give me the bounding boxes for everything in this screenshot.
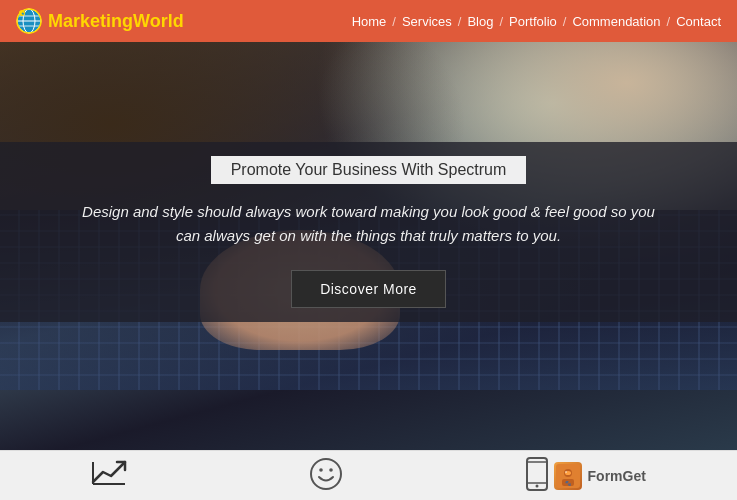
svg-text:🐾: 🐾 <box>565 480 572 487</box>
svg-point-10 <box>311 459 341 489</box>
logo-text: MarketingWorld <box>48 11 184 32</box>
hero-content: Promote Your Business With Spectrum Desi… <box>0 142 737 322</box>
nav-sep-1: / <box>392 14 396 29</box>
svg-point-11 <box>320 468 324 472</box>
svg-point-12 <box>330 468 334 472</box>
trending-up-icon <box>91 458 127 493</box>
svg-text:★: ★ <box>21 11 25 16</box>
site-header: ★ MarketingWorld Home / Services / Blog … <box>0 0 737 42</box>
nav-blog[interactable]: Blog <box>467 14 493 29</box>
logo[interactable]: ★ MarketingWorld <box>16 8 184 34</box>
nav-sep-5: / <box>667 14 671 29</box>
mobile-device-icon <box>526 457 548 495</box>
logo-globe-icon: ★ <box>16 8 42 34</box>
nav-services[interactable]: Services <box>402 14 452 29</box>
bottom-bar: 🐾 FormGet <box>0 450 737 500</box>
main-nav: Home / Services / Blog / Portfolio / Com… <box>352 14 721 29</box>
nav-sep-3: / <box>499 14 503 29</box>
nav-commendation[interactable]: Commendation <box>572 14 660 29</box>
nav-contact[interactable]: Contact <box>676 14 721 29</box>
hero-description: Design and style should always work towa… <box>80 200 657 248</box>
svg-point-14 <box>535 484 538 487</box>
formget-icon-item: 🐾 FormGet <box>526 457 646 495</box>
hero-section: Promote Your Business With Spectrum Desi… <box>0 42 737 450</box>
svg-point-20 <box>565 471 567 473</box>
nav-portfolio[interactable]: Portfolio <box>509 14 557 29</box>
smiley-face-icon <box>309 457 343 495</box>
discover-more-button[interactable]: Discover More <box>291 270 446 308</box>
formget-label: FormGet <box>588 468 646 484</box>
hero-subtitle: Promote Your Business With Spectrum <box>231 161 507 178</box>
smiley-icon-item <box>309 457 343 495</box>
trending-icon-item <box>91 458 127 493</box>
hero-subtitle-box: Promote Your Business With Spectrum <box>211 156 527 184</box>
nav-home[interactable]: Home <box>352 14 387 29</box>
formget-avatar-icon: 🐾 <box>554 462 582 490</box>
nav-sep-4: / <box>563 14 567 29</box>
nav-sep-2: / <box>458 14 462 29</box>
